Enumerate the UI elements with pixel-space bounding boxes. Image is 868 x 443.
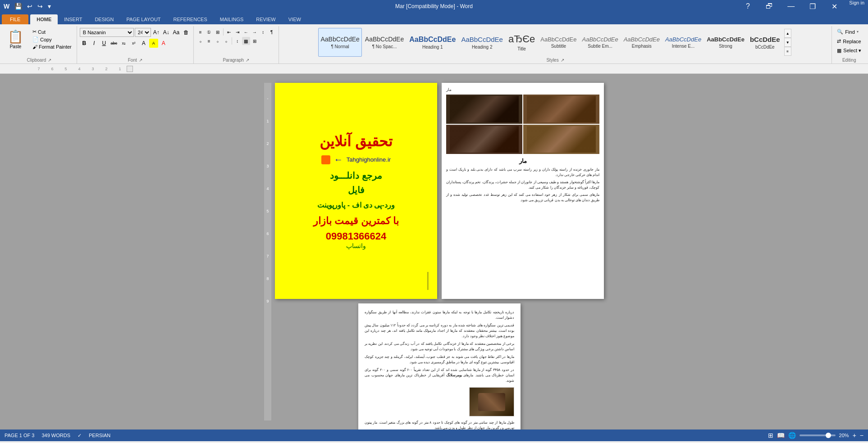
replace-button[interactable]: ⇄ Replace — [835, 37, 863, 45]
page-1[interactable]: تحقیق آنلاین Tahghighonline.ir ← مرجع دا… — [275, 83, 437, 299]
underline-button[interactable]: U — [100, 39, 109, 48]
alignment-row: ⬦ ≡ ⬦ ⬦ ↕ ▩ ⊞ — [196, 37, 259, 45]
close-button[interactable]: ✕ — [824, 0, 845, 13]
cut-button[interactable]: ✂ Cut — [30, 28, 74, 36]
ltr-button[interactable]: → — [251, 28, 259, 36]
web-layout-button[interactable]: 🌐 — [788, 432, 796, 439]
select-button[interactable]: ▦ Select ▾ — [835, 47, 863, 54]
styles-more[interactable]: ≡ — [784, 47, 791, 56]
line-spacing-button[interactable]: ↕ — [233, 37, 242, 45]
decrease-indent-button[interactable]: ⇤ — [225, 28, 233, 36]
ad-url: Tahghighonline.ir — [347, 156, 391, 163]
align-right-button[interactable]: ⬦ — [214, 37, 222, 45]
paste-button[interactable]: 📋 Paste — [5, 28, 27, 50]
clipboard-expand-icon[interactable]: ↗ — [48, 58, 51, 63]
save-button[interactable]: 💾 — [13, 2, 24, 11]
style-normal[interactable]: AaBbCcDdEe ¶ Normal — [318, 28, 361, 57]
show-hide-button[interactable]: ¶ — [268, 28, 276, 36]
numbering-button[interactable]: ① — [205, 28, 213, 36]
find-button[interactable]: 🔍 Find ▾ — [835, 28, 860, 36]
clear-formatting-button[interactable]: 🗑 — [182, 28, 191, 37]
multilevel-list-button[interactable]: ⊞ — [214, 28, 222, 36]
style-heading1[interactable]: AaBbCcDdEe Heading 1 — [407, 28, 458, 57]
style-emphasis[interactable]: AaBbCcDdEe Emphasis — [621, 28, 662, 57]
style-subtitle[interactable]: AaBbCcDdEe Subtitle — [538, 28, 579, 57]
bold-button[interactable]: B — [80, 39, 89, 48]
tab-view[interactable]: VIEW — [282, 14, 307, 24]
justify-button[interactable]: ⬦ — [222, 37, 230, 45]
styles-expand-icon[interactable]: ↗ — [561, 58, 564, 63]
text-effects-button[interactable]: A — [139, 39, 148, 48]
minimize-button[interactable]: — — [781, 0, 801, 13]
help-button[interactable]: ? — [737, 0, 758, 13]
document-area[interactable]: -123456789 تحقیق آنلاین Tahghighonline.i… — [0, 74, 868, 429]
style-title[interactable]: aЂЄe Title — [506, 28, 537, 57]
sort-button[interactable]: ↕ — [259, 28, 267, 36]
style-intense-emphasis[interactable]: AaBbCcDdEe Intense E... — [663, 28, 704, 57]
borders-button[interactable]: ⊞ — [251, 37, 259, 45]
style-bccdde[interactable]: bCcDdEe bCcDdEe — [748, 28, 782, 57]
page-1-content: تحقیق آنلاین Tahghighonline.ir ← مرجع دا… — [275, 83, 437, 299]
ruler-marker[interactable] — [127, 66, 133, 72]
styles-scroll-up[interactable]: ▲ — [784, 29, 791, 38]
style-strong[interactable]: AaBbCcDdEe Strong — [704, 28, 747, 57]
zoom-slider[interactable] — [799, 434, 836, 436]
grow-font-button[interactable]: A↑ — [152, 28, 161, 37]
zoom-in-button[interactable]: + — [853, 432, 856, 439]
strikethrough-button[interactable]: abc — [110, 39, 119, 48]
undo-button[interactable]: ↩ — [25, 2, 34, 11]
tab-home[interactable]: HOME — [30, 14, 58, 24]
more-qa-button[interactable]: ▾ — [46, 2, 53, 11]
read-mode-button[interactable]: 📖 — [777, 432, 785, 439]
font-expand-icon[interactable]: ↗ — [139, 58, 142, 63]
print-layout-view-button[interactable]: ⊞ — [768, 432, 773, 439]
subscript-button[interactable]: x₂ — [119, 39, 128, 48]
tab-references[interactable]: REFERENCES — [167, 14, 214, 24]
restore-button[interactable]: 🗗 — [759, 0, 780, 13]
superscript-button[interactable]: x² — [129, 39, 138, 48]
font-color-button[interactable]: A — [159, 39, 168, 48]
signin-label[interactable]: Sign in — [849, 0, 864, 13]
align-center-button[interactable]: ≡ — [205, 37, 213, 45]
tab-mailings[interactable]: MAILINGS — [214, 14, 250, 24]
font-name-select[interactable]: B Nazanin — [80, 28, 134, 37]
align-left-button[interactable]: ⬦ — [196, 37, 205, 45]
redo-button[interactable]: ↪ — [36, 2, 45, 11]
style-emphasis-label: Emphasis — [632, 44, 652, 49]
styles-group-label: Styles — [546, 58, 558, 63]
format-painter-label: Format Painter — [39, 44, 72, 50]
paragraph-expand-icon[interactable]: ↗ — [246, 58, 249, 63]
increase-indent-button[interactable]: ⇥ — [233, 28, 242, 36]
tab-review[interactable]: REVIEW — [250, 14, 282, 24]
change-case-button[interactable]: Aa — [172, 28, 181, 37]
italic-button[interactable]: I — [90, 39, 99, 48]
font-size-select[interactable]: 24 — [135, 28, 151, 37]
style-no-spacing[interactable]: AaBbCcDdEe ¶ No Spac... — [363, 28, 406, 57]
style-title-preview: aЂЄe — [508, 33, 535, 45]
copy-button[interactable]: 📄 Copy — [30, 36, 74, 43]
text-highlight-button[interactable]: A — [149, 39, 158, 48]
tab-page-layout[interactable]: PAGE LAYOUT — [120, 14, 167, 24]
ribbon-tab-bar: FILE HOME INSERT DESIGN PAGE LAYOUT REFE… — [0, 13, 868, 24]
page-2[interactable]: مار — [442, 83, 604, 299]
cut-label: Cut — [38, 29, 46, 35]
bullets-button[interactable]: ≡ — [196, 28, 205, 36]
styles-scroll-down[interactable]: ▼ — [784, 38, 791, 47]
style-subtle-emphasis[interactable]: AaBbCcDdEe Subtle Em... — [580, 28, 620, 57]
rtl-button[interactable]: ← — [242, 28, 250, 36]
page2-title: مار — [446, 158, 599, 164]
word-icon: W — [4, 3, 9, 10]
zoom-out-button[interactable]: − — [860, 432, 863, 439]
tab-file[interactable]: FILE — [2, 14, 28, 24]
style-heading2[interactable]: AaBbCcDdEe Heading 2 — [459, 28, 505, 57]
maximize-button[interactable]: ❐ — [802, 0, 823, 13]
shading-button[interactable]: ▩ — [242, 37, 250, 45]
tab-insert[interactable]: INSERT — [58, 14, 88, 24]
format-painter-button[interactable]: 🖌 Format Painter — [30, 43, 74, 50]
shrink-font-button[interactable]: A↓ — [162, 28, 171, 37]
ad-url-row: Tahghighonline.ir ← — [313, 154, 399, 165]
editing-group-label: Editing — [842, 58, 856, 63]
page-3[interactable]: درباره تاریخچه تکامل مارها با توجه به ای… — [358, 303, 521, 429]
left-margin-ruler: -123456789 — [264, 83, 271, 420]
tab-design[interactable]: DESIGN — [88, 14, 120, 24]
